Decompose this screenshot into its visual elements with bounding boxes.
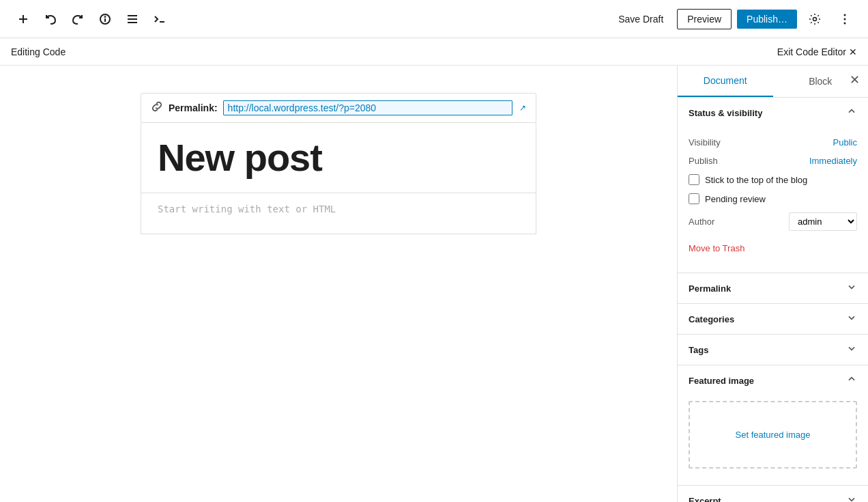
list-view-button[interactable] [120, 7, 145, 31]
publish-button[interactable]: Publish… [737, 10, 797, 29]
sidebar: Document Block ✕ Status & visibility Vis… [677, 66, 868, 502]
settings-button[interactable] [802, 7, 827, 31]
undo-button[interactable] [38, 7, 63, 31]
publish-value[interactable]: Immediately [809, 156, 857, 166]
tags-section-header[interactable]: Tags [678, 335, 868, 365]
set-featured-image-button[interactable]: Set featured image [689, 401, 857, 469]
svg-point-10 [844, 18, 846, 20]
toolbar-left [11, 7, 172, 31]
editor-area: Permalink: ↗ New post Start writing with… [0, 66, 677, 502]
status-visibility-chevron-up [846, 106, 857, 120]
stick-to-top-label: Stick to the top of the blog [705, 175, 807, 185]
move-to-trash-link[interactable]: Move to Trash [689, 239, 744, 257]
stick-to-top-checkbox[interactable] [689, 174, 699, 185]
stick-to-top-row: Stick to the top of the blog [689, 170, 857, 189]
categories-chevron-down [846, 312, 857, 326]
excerpt-title: Excerpt [689, 496, 721, 503]
editing-code-label: Editing Code [11, 46, 66, 57]
save-draft-button[interactable]: Save Draft [610, 10, 671, 29]
excerpt-section-header[interactable]: Excerpt [678, 486, 868, 502]
permalink-input[interactable] [223, 100, 512, 115]
author-row: Author admin [689, 208, 857, 235]
status-visibility-content: Visibility Public Publish Immediately St… [678, 128, 868, 273]
external-link-icon: ↗ [519, 103, 526, 113]
permalink-section-header[interactable]: Permalink [678, 273, 868, 303]
exit-code-editor-button[interactable]: Exit Code Editor ✕ [777, 46, 857, 57]
content-block[interactable]: Start writing with text or HTML [141, 193, 536, 234]
visibility-row: Visibility Public [689, 133, 857, 152]
sidebar-close-button[interactable]: ✕ [850, 74, 860, 86]
tags-title: Tags [689, 345, 708, 355]
categories-title: Categories [689, 314, 734, 324]
categories-section-header[interactable]: Categories [678, 304, 868, 334]
publish-label: Publish [689, 156, 718, 166]
featured-image-header[interactable]: Featured image [678, 365, 868, 395]
featured-image-content: Set featured image [678, 395, 868, 485]
code-editor-button[interactable] [147, 7, 172, 31]
exit-code-label: Exit Code Editor [777, 46, 846, 57]
exit-close-icon: ✕ [849, 46, 857, 57]
svg-point-8 [813, 17, 817, 20]
link-icon [151, 100, 163, 115]
post-title: New post [158, 137, 519, 179]
publish-row: Publish Immediately [689, 152, 857, 170]
pending-review-row: Pending review [689, 189, 857, 208]
featured-image-section: Featured image Set featured image [678, 365, 868, 486]
status-visibility-header[interactable]: Status & visibility [678, 98, 868, 128]
main-area: Permalink: ↗ New post Start writing with… [0, 66, 868, 502]
svg-point-9 [844, 14, 846, 16]
content-placeholder: Start writing with text or HTML [158, 204, 336, 214]
tags-chevron-down [846, 343, 857, 357]
add-block-button[interactable] [11, 7, 35, 31]
pending-review-label: Pending review [705, 194, 766, 204]
permalink-bar: Permalink: ↗ [141, 93, 536, 123]
title-block[interactable]: New post [141, 123, 536, 193]
visibility-label: Visibility [689, 137, 721, 148]
excerpt-section: Excerpt [678, 486, 868, 502]
tags-section: Tags [678, 335, 868, 365]
visibility-value[interactable]: Public [833, 137, 857, 148]
author-select[interactable]: admin [789, 212, 857, 231]
status-visibility-section: Status & visibility Visibility Public Pu… [678, 98, 868, 273]
author-label: Author [689, 217, 714, 227]
excerpt-chevron-down [846, 494, 857, 502]
featured-image-title: Featured image [689, 376, 754, 386]
info-button[interactable] [93, 7, 117, 31]
permalink-chevron-down [846, 281, 857, 295]
preview-button[interactable]: Preview [677, 9, 732, 29]
more-options-button[interactable] [833, 7, 857, 31]
permalink-section: Permalink [678, 273, 868, 304]
permalink-label: Permalink: [169, 102, 218, 113]
redo-button[interactable] [66, 7, 90, 31]
subbar: Editing Code Exit Code Editor ✕ [0, 38, 868, 66]
svg-point-4 [105, 16, 106, 17]
featured-image-chevron-up [846, 374, 857, 387]
toolbar-right: Save Draft Preview Publish… [610, 7, 857, 31]
toolbar: Save Draft Preview Publish… [0, 0, 868, 38]
permalink-section-title: Permalink [689, 283, 731, 294]
categories-section: Categories [678, 304, 868, 335]
svg-point-11 [844, 22, 846, 24]
status-visibility-title: Status & visibility [689, 108, 762, 118]
pending-review-checkbox[interactable] [689, 193, 699, 204]
tab-document[interactable]: Document [678, 66, 773, 97]
sidebar-tabs: Document Block ✕ [678, 66, 868, 98]
